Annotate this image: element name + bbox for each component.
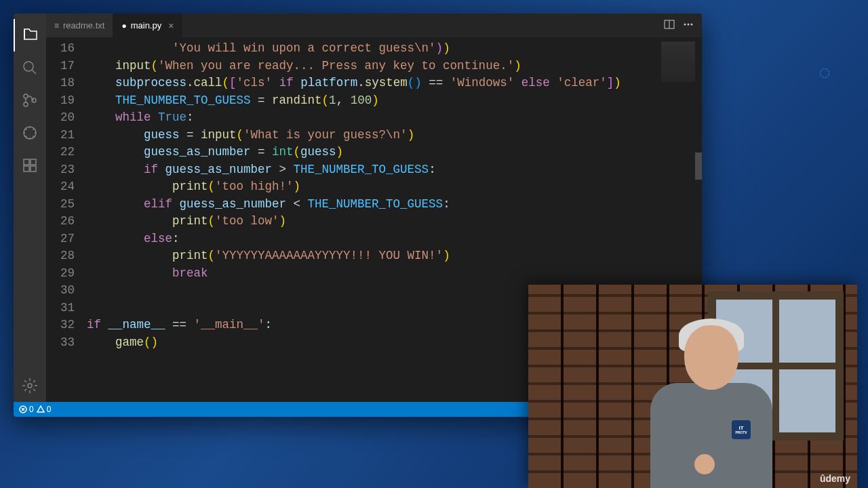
svg-rect-6 [24, 159, 29, 165]
code-line[interactable]: print('too low') [87, 213, 702, 230]
line-number: 26 [46, 213, 75, 230]
svg-point-3 [24, 102, 28, 106]
svg-point-0 [24, 62, 33, 71]
line-number: 17 [46, 58, 75, 75]
line-number: 24 [46, 178, 75, 196]
svg-point-2 [24, 94, 28, 98]
file-icon: ≡ [54, 21, 59, 30]
line-number: 19 [46, 92, 75, 110]
line-number-gutter: 161718192021222324252627282930313233 [46, 37, 87, 402]
svg-rect-9 [31, 166, 36, 171]
line-number: 22 [46, 144, 75, 161]
line-number: 23 [46, 161, 75, 179]
code-line[interactable]: print('too high!') [87, 178, 702, 196]
tab-bar: ≡ readme.txt ● main.py × [46, 14, 702, 37]
code-line[interactable]: while True: [87, 109, 702, 127]
line-number: 18 [46, 75, 75, 92]
source-control-icon[interactable] [14, 84, 46, 117]
code-line[interactable]: 'You will win upon a correct guess\n')) [87, 40, 702, 58]
line-number: 16 [46, 40, 75, 58]
line-number: 27 [46, 230, 75, 248]
tab-main-py[interactable]: ● main.py × [113, 14, 182, 37]
svg-point-13 [684, 23, 686, 25]
code-line[interactable]: input('When you are ready... Press any k… [87, 58, 702, 75]
code-line[interactable]: THE_NUMBER_TO_GUESS = randint(1, 100) [87, 92, 702, 110]
activity-bar [14, 14, 46, 402]
line-number: 20 [46, 109, 75, 127]
code-line[interactable]: guess_as_number = int(guess) [87, 144, 702, 161]
svg-point-15 [691, 23, 693, 25]
svg-point-5 [24, 127, 36, 139]
line-number: 28 [46, 247, 75, 265]
minimap[interactable] [661, 41, 695, 82]
line-number: 29 [46, 265, 75, 283]
code-line[interactable]: else: [87, 230, 702, 248]
svg-rect-7 [31, 159, 36, 165]
search-icon[interactable] [14, 52, 46, 84]
tab-label: readme.txt [63, 20, 104, 30]
scrollbar-thumb[interactable] [695, 152, 702, 180]
code-line[interactable]: elif guess_as_number < THE_NUMBER_TO_GUE… [87, 196, 702, 214]
presenter-person: IT PROTV [637, 312, 786, 488]
line-number: 32 [46, 317, 75, 334]
extensions-icon[interactable] [14, 149, 46, 182]
line-number: 21 [46, 127, 75, 144]
udemy-watermark: ûdemy [820, 473, 850, 484]
more-actions-icon[interactable] [683, 19, 694, 33]
code-line[interactable]: if guess_as_number > THE_NUMBER_TO_GUESS… [87, 161, 702, 179]
svg-point-10 [28, 384, 32, 388]
tab-readme[interactable]: ≡ readme.txt [46, 14, 113, 37]
svg-point-14 [688, 23, 690, 25]
settings-gear-icon[interactable] [14, 369, 46, 402]
svg-rect-8 [24, 166, 29, 171]
line-number: 25 [46, 196, 75, 214]
code-line[interactable]: print('YYYYYYAAAAAAAYYYYY!!! YOU WIN!') [87, 247, 702, 265]
status-warnings[interactable]: 0 [37, 405, 52, 414]
presenter-webcam: IT PROTV ûdemy [528, 285, 857, 488]
tab-label: main.py [131, 20, 162, 30]
status-errors[interactable]: 0 [19, 405, 34, 414]
python-file-icon: ● [121, 21, 126, 30]
close-icon[interactable]: × [168, 20, 174, 31]
line-number: 33 [46, 334, 75, 352]
split-editor-icon[interactable] [664, 19, 675, 33]
line-number: 31 [46, 300, 75, 317]
explorer-icon[interactable] [14, 19, 46, 52]
code-line[interactable]: guess = input('What is your guess?\n') [87, 127, 702, 144]
svg-line-1 [32, 70, 36, 74]
code-line[interactable]: subprocess.call(['cls' if platform.syste… [87, 75, 702, 92]
code-line[interactable]: break [87, 265, 702, 283]
itprotv-logo-badge: IT PROTV [732, 420, 751, 439]
debug-icon[interactable] [14, 117, 46, 149]
line-number: 30 [46, 282, 75, 300]
